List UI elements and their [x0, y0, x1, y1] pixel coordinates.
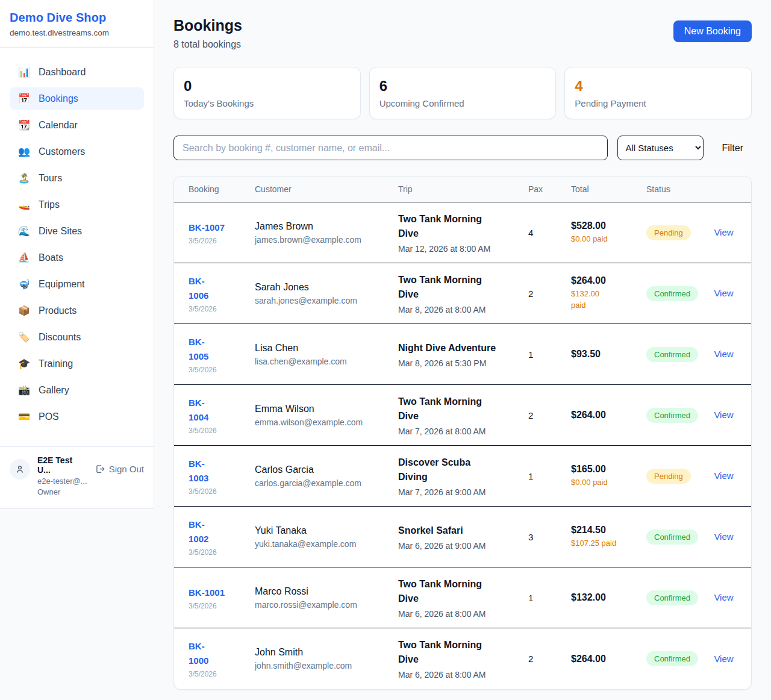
sidebar-item-trips[interactable]: 🚤 Trips [10, 193, 144, 216]
table-row: BK-1006 3/5/2026 Sarah Jones sarah.jones… [174, 263, 751, 324]
booking-cell: BK-1000 3/5/2026 [189, 639, 255, 678]
trip-name: Two Tank Morning Dive [398, 273, 487, 302]
avatar [10, 459, 30, 480]
booking-link[interactable]: BK-1006 [189, 274, 220, 303]
view-link[interactable]: View [714, 288, 733, 298]
table-row: BK-1004 3/5/2026 Emma Wilson emma.wilson… [174, 385, 751, 446]
trip-name: Snorkel Safari [398, 523, 528, 538]
actions-cell: View [711, 410, 737, 420]
booking-date: 3/5/2026 [189, 427, 255, 435]
wave-icon: 🌊 [18, 225, 30, 237]
status-badge: Confirmed [646, 286, 698, 301]
pax-count: 3 [528, 532, 571, 542]
sidebar-item-label: Products [39, 305, 76, 316]
customer-email: john.smith@example.com [255, 661, 398, 670]
sidebar-item-pos[interactable]: 💳 POS [10, 405, 144, 428]
customer-email: lisa.chen@example.com [255, 357, 398, 366]
sidebar-item-bookings[interactable]: 📅 Bookings [10, 87, 144, 110]
view-link[interactable]: View [714, 349, 733, 359]
sign-out-label: Sign Out [109, 464, 144, 474]
sidebar-item-label: Equipment [39, 279, 85, 290]
new-booking-button[interactable]: New Booking [673, 20, 752, 42]
column-header-booking: Booking [189, 184, 255, 194]
view-link[interactable]: View [714, 410, 733, 420]
booking-date: 3/5/2026 [189, 602, 255, 610]
search-input[interactable] [173, 136, 608, 160]
sidebar-item-label: Training [39, 358, 73, 369]
sidebar-item-equipment[interactable]: 🤿 Equipment [10, 273, 144, 295]
total-amount: $132.00 [571, 592, 646, 603]
sidebar-item-customers[interactable]: 👥 Customers [10, 140, 144, 163]
trip-datetime: Mar 7, 2026 at 8:00 AM [398, 427, 528, 436]
booking-cell: BK-1004 3/5/2026 [189, 396, 255, 435]
status-filter-select[interactable]: All Statuses [617, 136, 704, 160]
booking-cell: BK-1005 3/5/2026 [189, 335, 255, 374]
sidebar-item-label: Dashboard [39, 67, 86, 78]
booking-link[interactable]: BK-1003 [189, 457, 220, 486]
paid-amount: $107.25 paid [571, 538, 646, 549]
actions-cell: View [711, 288, 737, 299]
trip-cell: Discover Scuba Diving Mar 7, 2026 at 9:0… [398, 455, 528, 497]
page-header-text: Bookings 8 total bookings [173, 17, 242, 50]
sidebar-item-label: Bookings [39, 93, 78, 104]
actions-cell: View [711, 654, 737, 664]
total-cell: $165.00 $0.00 paid [571, 464, 646, 489]
total-amount: $165.00 [571, 464, 646, 475]
filter-button[interactable]: Filter [713, 143, 752, 154]
booking-date: 3/5/2026 [189, 670, 255, 678]
view-link[interactable]: View [714, 592, 733, 602]
booking-link[interactable]: BK-1002 [189, 517, 220, 546]
sign-out-button[interactable]: Sign Out [95, 464, 144, 474]
column-header-total: Total [571, 184, 646, 194]
booking-link[interactable]: BK-1000 [189, 639, 220, 668]
booking-link[interactable]: BK-1004 [189, 396, 220, 425]
status-cell: Confirmed [646, 590, 711, 605]
view-link[interactable]: View [714, 531, 733, 542]
pax-count: 1 [528, 593, 571, 603]
customer-cell: John Smith john.smith@example.com [255, 647, 398, 670]
user-block: E2E Test U... e2e-tester@... Owner [37, 455, 87, 496]
tag-icon: 🏷️ [18, 331, 30, 343]
pax-count: 2 [528, 654, 571, 664]
total-amount: $264.00 [571, 410, 646, 420]
sidebar-item-gallery[interactable]: 📸 Gallery [10, 379, 144, 401]
customer-email: marco.rossi@example.com [255, 600, 398, 610]
sidebar-item-boats[interactable]: ⛵ Boats [10, 246, 144, 269]
booking-link[interactable]: BK-1005 [189, 335, 220, 364]
paid-amount: $132.00 paid [571, 289, 608, 311]
booking-link[interactable]: BK-1001 [189, 586, 225, 600]
status-badge: Confirmed [646, 651, 698, 666]
status-cell: Confirmed [646, 347, 711, 362]
booking-link[interactable]: BK-1007 [189, 220, 225, 235]
view-link[interactable]: View [714, 470, 733, 481]
sidebar-item-tours[interactable]: 🏝️ Tours [10, 167, 144, 189]
booking-date: 3/5/2026 [189, 305, 255, 313]
view-link[interactable]: View [714, 227, 733, 237]
stat-label: Pending Payment [575, 98, 741, 108]
status-badge: Confirmed [646, 408, 698, 423]
pax-count: 1 [528, 471, 571, 481]
page-header: Bookings 8 total bookings New Booking [173, 17, 752, 50]
trip-name: Two Tank Morning Dive [398, 212, 487, 241]
sidebar-item-discounts[interactable]: 🏷️ Discounts [10, 326, 144, 348]
sidebar-item-products[interactable]: 📦 Products [10, 299, 144, 322]
total-cell: $264.00 [571, 654, 646, 664]
total-amount: $214.50 [571, 525, 646, 536]
actions-cell: View [711, 531, 737, 542]
sidebar-item-dashboard[interactable]: 📊 Dashboard [10, 61, 144, 83]
customer-cell: Lisa Chen lisa.chen@example.com [255, 343, 398, 366]
stat-card: 4 Pending Payment [564, 67, 752, 119]
sidebar-item-dive-sites[interactable]: 🌊 Dive Sites [10, 220, 144, 242]
view-link[interactable]: View [714, 654, 733, 664]
sidebar-item-calendar[interactable]: 📆 Calendar [10, 114, 144, 136]
trip-cell: Two Tank Morning Dive Mar 12, 2026 at 8:… [398, 212, 528, 254]
sidebar-item-training[interactable]: 🎓 Training [10, 352, 144, 375]
package-icon: 📦 [18, 305, 30, 316]
customer-name: John Smith [255, 647, 398, 658]
pax-count: 4 [528, 228, 571, 238]
calendar-icon: 📅 [18, 93, 30, 104]
customer-email: emma.wilson@example.com [255, 417, 398, 427]
sailboat-icon: ⛵ [18, 252, 30, 263]
user-email: e2e-tester@... [37, 477, 87, 486]
page-subtitle: 8 total bookings [173, 39, 242, 50]
